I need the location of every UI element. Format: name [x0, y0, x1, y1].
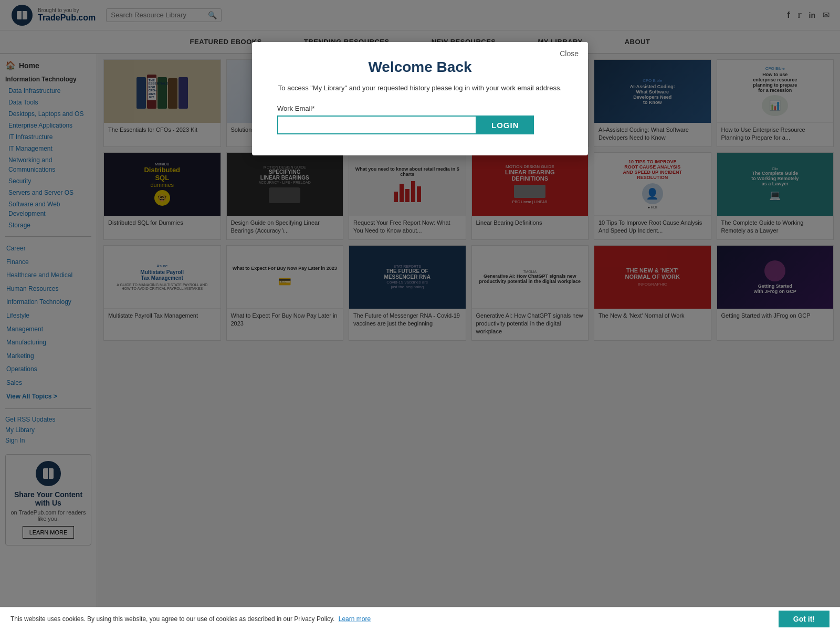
modal-title: Welcome Back — [277, 59, 563, 76]
modal-subtitle: To access "My Library" and your requeste… — [277, 84, 563, 92]
cookie-bar: This website uses cookies. By using this… — [0, 607, 840, 610]
modal-overlay: Close Welcome Back To access "My Library… — [0, 0, 840, 610]
email-row: LOGIN — [277, 116, 563, 134]
email-label: Work Email* — [277, 104, 314, 112]
login-button[interactable]: LOGIN — [477, 116, 534, 134]
modal-close-button[interactable]: Close — [560, 49, 579, 58]
email-field[interactable] — [277, 116, 477, 134]
modal-form: Work Email* LOGIN — [277, 104, 563, 134]
modal-dialog: Close Welcome Back To access "My Library… — [252, 42, 588, 155]
